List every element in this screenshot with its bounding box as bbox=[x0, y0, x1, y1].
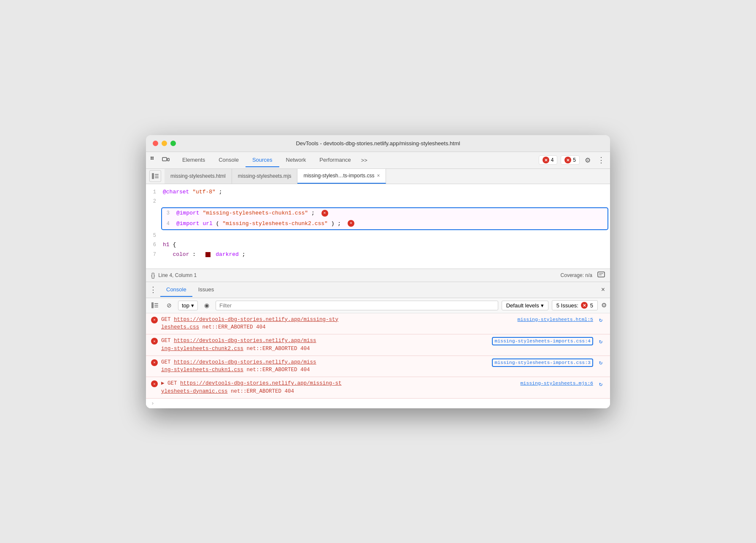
charset-string: "utf-8" bbox=[192, 189, 216, 195]
color-swatch bbox=[205, 252, 211, 257]
console-message-3: ✕ GET https://devtools-dbg-stories.netli… bbox=[146, 356, 610, 377]
issues-count-badge[interactable]: 5 Issues: ✕ 5 bbox=[552, 300, 598, 310]
import4-string: "missing-stylesheets-chunk2.css" bbox=[222, 220, 328, 227]
console-settings-icon[interactable]: ⚙ bbox=[601, 301, 607, 309]
prompt-arrow-icon: › bbox=[151, 400, 154, 407]
console-messages: ✕ GET https://devtools-dbg-stories.netli… bbox=[146, 313, 610, 408]
code-line-6: 6 h1 { bbox=[146, 240, 610, 250]
tab-console-bottom[interactable]: Console bbox=[160, 283, 192, 297]
svg-rect-15 bbox=[154, 305, 158, 306]
window-title: DevTools - devtools-dbg-stories.netlify.… bbox=[296, 140, 460, 147]
svg-rect-16 bbox=[154, 307, 158, 307]
context-selector[interactable]: top ▾ bbox=[178, 301, 198, 310]
msg2-source-box: missing-stylesheets-imports.css:4 bbox=[492, 337, 593, 345]
svg-rect-7 bbox=[155, 174, 159, 175]
file-tab-html-label: missing-stylesheets.html bbox=[170, 173, 226, 179]
cursor-position: Line 4, Column 1 bbox=[158, 272, 197, 278]
tab-overflow[interactable]: >> bbox=[358, 154, 371, 167]
svg-rect-0 bbox=[151, 157, 152, 158]
msg4-expand[interactable]: ▶ bbox=[161, 380, 167, 386]
devtools-container: Elements Console Sources Network Perform… bbox=[146, 152, 610, 408]
import3-semi: ; bbox=[311, 210, 315, 216]
msg2-source[interactable]: missing-stylesheets-imports.css:4 bbox=[494, 337, 591, 344]
tab-console[interactable]: Console bbox=[212, 153, 246, 167]
console-message-2: ✕ GET https://devtools-dbg-stories.netli… bbox=[146, 334, 610, 356]
minimize-button[interactable] bbox=[162, 141, 167, 146]
svg-rect-6 bbox=[152, 173, 154, 179]
format-icon[interactable]: {} bbox=[151, 272, 155, 279]
file-tab-close-icon[interactable]: × bbox=[377, 173, 380, 179]
maximize-button[interactable] bbox=[170, 141, 176, 146]
more-options-icon[interactable]: ⋮ bbox=[596, 155, 607, 165]
console-prompt[interactable]: › bbox=[146, 399, 610, 408]
main-toolbar: Elements Console Sources Network Perform… bbox=[146, 152, 610, 169]
settings-icon[interactable]: ⚙ bbox=[583, 155, 592, 165]
msg3-source[interactable]: missing-stylesheets-imports.css:3 bbox=[494, 359, 591, 365]
device-icon[interactable] bbox=[161, 155, 170, 165]
tab-performance[interactable]: Performance bbox=[313, 153, 357, 167]
tab-issues-bottom[interactable]: Issues bbox=[192, 283, 220, 297]
sidebar-toggle-bottom-icon[interactable] bbox=[149, 300, 160, 311]
warnings-badge[interactable]: ✕ 5 bbox=[561, 155, 580, 165]
line-content-3: @import "missing-stylesheets-chukn1.css"… bbox=[175, 209, 605, 218]
file-tab-mjs[interactable]: missing-stylesheets.mjs bbox=[232, 169, 298, 184]
title-bar: DevTools - devtools-dbg-stories.netlify.… bbox=[146, 135, 610, 152]
warning-icon: ✕ bbox=[564, 157, 571, 163]
errors-badge[interactable]: ✕ 4 bbox=[539, 155, 558, 165]
eye-filter-icon[interactable]: ◉ bbox=[201, 300, 212, 311]
code-line-4: 4 @import url ( "missing-stylesheets-chu… bbox=[162, 219, 608, 229]
msg1-source[interactable]: missing-stylesheets.html:5 bbox=[518, 316, 593, 322]
bottom-panel-close-icon[interactable]: × bbox=[599, 284, 607, 295]
color-colon: : bbox=[192, 251, 202, 258]
msg1-text-part3: net::ERR_ABORTED 404 bbox=[202, 324, 266, 330]
bottom-panel-dots[interactable]: ⋮ bbox=[149, 285, 157, 294]
msg1-text-part1: GET bbox=[161, 317, 174, 323]
coverage-status: Coverage: n/a bbox=[561, 272, 592, 278]
h1-selector: h1 bbox=[163, 242, 170, 248]
line-num-6: 6 bbox=[146, 241, 161, 249]
coverage-icon[interactable] bbox=[597, 271, 605, 280]
clear-console-icon[interactable]: ⊘ bbox=[164, 300, 175, 311]
file-tab-html[interactable]: missing-stylesheets.html bbox=[165, 169, 232, 184]
cursor-icon[interactable] bbox=[149, 155, 159, 165]
msg4-text-part1: GET bbox=[167, 380, 180, 386]
file-tab-css[interactable]: missing-stylesh…ts-imports.css × bbox=[297, 169, 386, 184]
msg3-reload-icon[interactable]: ↻ bbox=[597, 358, 605, 367]
charset-semi: ; bbox=[219, 189, 222, 195]
msg2-text: GET https://devtools-dbg-stories.netlify… bbox=[161, 337, 489, 353]
tab-elements[interactable]: Elements bbox=[176, 153, 212, 167]
toolbar-icons bbox=[149, 155, 170, 165]
tab-network[interactable]: Network bbox=[279, 153, 313, 167]
darkred-value: darkred bbox=[216, 251, 239, 258]
line-content-1: @charset "utf-8" ; bbox=[161, 188, 610, 197]
toolbar-right: ✕ 4 ✕ 5 ⚙ ⋮ bbox=[539, 155, 607, 165]
file-tabs: missing-stylesheets.html missing-stylesh… bbox=[146, 169, 610, 184]
svg-rect-8 bbox=[155, 176, 159, 176]
msg4-reload-icon[interactable]: ↻ bbox=[597, 380, 605, 388]
msg2-error-icon: ✕ bbox=[151, 338, 158, 345]
line-content-2 bbox=[161, 197, 610, 206]
msg4-text: ▶ GET https://devtools-dbg-stories.netli… bbox=[161, 380, 517, 396]
error-icon: ✕ bbox=[543, 157, 549, 163]
close-button[interactable] bbox=[153, 141, 158, 146]
line-num-7: 7 bbox=[146, 251, 161, 259]
color-prop: color bbox=[173, 251, 189, 258]
filter-input[interactable] bbox=[216, 301, 498, 310]
sidebar-toggle-icon[interactable] bbox=[149, 170, 161, 182]
bottom-tabs-bar: ⋮ Console Issues × bbox=[146, 282, 610, 298]
msg4-source[interactable]: missing-stylesheets.mjs:6 bbox=[520, 380, 593, 386]
context-dropdown-icon: ▾ bbox=[191, 302, 194, 309]
tab-sources[interactable]: Sources bbox=[246, 153, 279, 167]
code-line-2: 2 bbox=[146, 197, 610, 206]
msg4-error-icon: ✕ bbox=[151, 380, 158, 387]
line-num-5: 5 bbox=[146, 232, 161, 240]
msg3-text: GET https://devtools-dbg-stories.netlify… bbox=[161, 358, 489, 375]
msg2-reload-icon[interactable]: ↻ bbox=[597, 337, 605, 345]
msg1-reload-icon[interactable]: ↻ bbox=[597, 316, 605, 324]
msg3-error-icon: ✕ bbox=[151, 359, 158, 366]
log-levels-dropdown[interactable]: Default levels ▾ bbox=[502, 301, 548, 310]
line-content-5 bbox=[161, 231, 610, 240]
status-bar: {} Line 4, Column 1 Coverage: n/a bbox=[146, 269, 610, 282]
console-message-1: ✕ GET https://devtools-dbg-stories.netli… bbox=[146, 313, 610, 335]
code-editor: 1 @charset "utf-8" ; 2 3 @im bbox=[146, 184, 610, 269]
